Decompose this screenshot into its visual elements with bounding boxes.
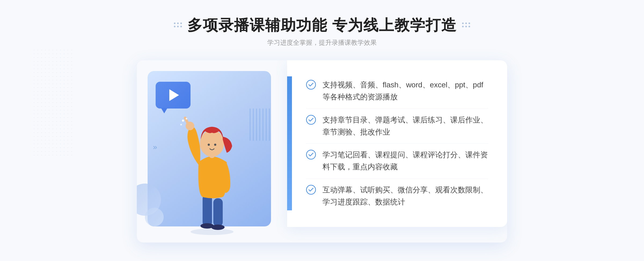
svg-point-14 [306, 80, 316, 89]
feature-text-2: 支持章节目录、弹题考试、课后练习、课后作业、章节测验、批改作业 [323, 114, 488, 138]
page-title: 多项录播课辅助功能 专为线上教学打造 [187, 16, 457, 34]
feature-text-4: 互动弹幕、试听购买、微信分享、观看次数限制、学习进度跟踪、数据统计 [323, 184, 488, 208]
content-card: » [137, 60, 507, 243]
svg-point-17 [306, 185, 316, 194]
page-subtitle: 学习进度全掌握，提升录播课教学效果 [174, 38, 470, 47]
svg-point-11 [182, 120, 184, 122]
decorative-circle-small [145, 208, 164, 226]
illustration-wrapper: » [137, 60, 287, 243]
features-panel: 支持视频、音频、flash、word、excel、ppt、pdf等各种格式的资源… [287, 60, 507, 227]
feature-item-4: 互动弹幕、试听购买、微信分享、观看次数限制、学习进度跟踪、数据统计 [306, 179, 488, 214]
svg-point-9 [208, 144, 210, 146]
feature-item-1: 支持视频、音频、flash、word、excel、ppt、pdf等各种格式的资源… [306, 74, 488, 109]
decorative-arrows: » [153, 143, 157, 151]
svg-point-13 [186, 118, 187, 120]
feature-text-3: 学习笔记回看、课程提问、课程评论打分、课件资料下载，重点内容收藏 [323, 149, 488, 173]
check-icon-4 [306, 185, 316, 195]
svg-point-8 [200, 130, 224, 157]
person-illustration [166, 92, 258, 243]
svg-point-16 [306, 150, 316, 159]
panel-wrapper: 支持视频、音频、flash、word、excel、ppt、pdf等各种格式的资源… [287, 60, 507, 243]
svg-point-0 [191, 229, 233, 235]
left-decorator-dots [174, 23, 182, 28]
blue-accent-bar [287, 76, 292, 210]
header-decorators: 多项录播课辅助功能 专为线上教学打造 [174, 16, 470, 34]
check-icon-3 [306, 150, 316, 160]
feature-item-2: 支持章节目录、弹题考试、课后练习、课后作业、章节测验、批改作业 [306, 109, 488, 144]
content-area: » [134, 60, 510, 243]
feature-text-1: 支持视频、音频、flash、word、excel、ppt、pdf等各种格式的资源… [323, 79, 488, 103]
feature-item-3: 学习笔记回看、课程提问、课程评论打分、课件资料下载，重点内容收藏 [306, 144, 488, 179]
svg-rect-2 [213, 198, 223, 226]
check-icon-1 [306, 80, 316, 90]
svg-point-4 [211, 225, 225, 230]
svg-rect-1 [203, 194, 212, 226]
right-decorator-dots [462, 23, 470, 28]
svg-point-15 [306, 115, 316, 124]
svg-point-10 [214, 144, 216, 146]
header-section: 多项录播课辅助功能 专为线上教学打造 学习进度全掌握，提升录播课教学效果 [174, 16, 470, 47]
check-icon-2 [306, 115, 316, 125]
page-container: 多项录播课辅助功能 专为线上教学打造 学习进度全掌握，提升录播课教学效果 [0, 0, 644, 261]
svg-point-12 [180, 124, 182, 125]
